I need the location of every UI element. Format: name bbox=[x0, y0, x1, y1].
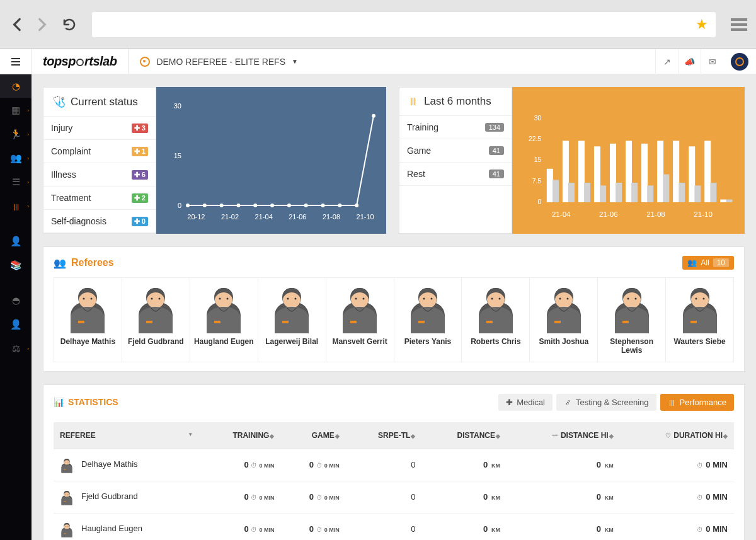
referees-panel: 👥Referees 👥 All 10 Delhaye Mathis bbox=[43, 246, 745, 372]
equalizer-icon: ⫼ bbox=[11, 201, 21, 212]
status-row-self-diagnosis[interactable]: Self-diagnosis ✚ 0 bbox=[43, 210, 156, 233]
column-distance[interactable]: DISTANCE◆ bbox=[421, 422, 507, 449]
referees-all-button[interactable]: 👥 All 10 bbox=[682, 256, 734, 270]
status-trend-chart: 0153020-1221-0221-0421-0621-0821-10 bbox=[156, 87, 386, 234]
chevron-right-icon: › bbox=[27, 180, 29, 185]
external-link-icon[interactable]: ↗ bbox=[655, 49, 678, 74]
status-row-injury[interactable]: Injury ✚ 3 bbox=[43, 117, 156, 140]
referee-card[interactable]: Mansvelt Gerrit bbox=[326, 277, 394, 362]
sidebar-toggle[interactable] bbox=[0, 49, 32, 74]
svg-rect-0 bbox=[11, 58, 20, 59]
status-row-complaint[interactable]: Complaint ✚ 1 bbox=[43, 140, 156, 163]
svg-rect-78 bbox=[418, 321, 425, 323]
referee-card[interactable]: Delhaye Mathis bbox=[54, 277, 122, 362]
svg-text:21-04: 21-04 bbox=[552, 210, 571, 218]
svg-text:15: 15 bbox=[534, 157, 542, 164]
sidebar-item-whistle[interactable]: ◓ bbox=[0, 289, 32, 313]
stats-row[interactable]: Delhaye Mathis 0 ⏱0 MIN 0 ⏱0 MIN 0 0 KM … bbox=[54, 449, 734, 481]
referee-card[interactable]: Fjeld Gudbrand bbox=[122, 277, 190, 362]
referee-card[interactable]: Smith Joshua bbox=[529, 277, 598, 362]
svg-text:21-06: 21-06 bbox=[289, 213, 306, 221]
status-label: Treatment bbox=[51, 193, 91, 203]
svg-rect-82 bbox=[486, 321, 493, 323]
svg-text:0: 0 bbox=[538, 198, 542, 205]
last6-row-rest[interactable]: Rest 41 bbox=[399, 163, 512, 186]
calendar-icon: ▦ bbox=[11, 105, 20, 116]
app-topbar: topsprtslab DEMO REFEREE - ELITE REFS ▼ … bbox=[0, 49, 756, 74]
last6-label: Game bbox=[407, 146, 431, 156]
tab-medical[interactable]: ✚Medical bbox=[498, 394, 553, 411]
svg-text:30: 30 bbox=[534, 115, 542, 122]
browser-menu-button[interactable] bbox=[731, 16, 747, 33]
column-distance hi[interactable]: 〰 DISTANCE HI◆ bbox=[507, 422, 620, 449]
reload-button[interactable] bbox=[60, 16, 78, 33]
sidebar-item-calendar[interactable]: ▦› bbox=[0, 98, 32, 122]
referee-card[interactable]: Lagerweij Bilal bbox=[258, 277, 326, 362]
sidebar-item-scale[interactable]: ⚖› bbox=[0, 336, 32, 360]
svg-point-68 bbox=[227, 298, 229, 300]
sidebar-item-user-shield[interactable]: 👤 bbox=[0, 313, 32, 336]
svg-text:22.5: 22.5 bbox=[529, 135, 542, 142]
svg-rect-36 bbox=[600, 185, 606, 202]
sidebar-item-group[interactable]: 👥› bbox=[0, 146, 32, 170]
svg-rect-106 bbox=[64, 533, 66, 534]
svg-point-108 bbox=[67, 526, 68, 527]
svg-rect-38 bbox=[616, 183, 622, 202]
last6-row-training[interactable]: Training 134 bbox=[399, 116, 512, 139]
status-row-treatment[interactable]: Treatment ✚ 2 bbox=[43, 187, 156, 210]
chevron-right-icon: › bbox=[27, 108, 29, 113]
sidebar-item-library[interactable]: 📚 bbox=[0, 253, 32, 277]
referee-card[interactable]: Stephenson Lewis bbox=[597, 277, 666, 362]
svg-point-10 bbox=[253, 204, 257, 207]
sidebar-item-list[interactable]: ☰› bbox=[0, 170, 32, 194]
referee-name: Wauters Siebe bbox=[668, 337, 731, 346]
svg-rect-58 bbox=[78, 321, 84, 323]
referee-name: Roberts Chris bbox=[464, 337, 527, 346]
user-avatar[interactable] bbox=[731, 53, 748, 71]
column-srpe-tl[interactable]: SRPE-TL◆ bbox=[346, 422, 422, 449]
last6-row-game[interactable]: Game 41 bbox=[399, 139, 512, 163]
referee-avatar bbox=[338, 283, 382, 333]
referee-card[interactable]: Roberts Chris bbox=[461, 277, 530, 362]
announcement-icon[interactable]: 📣 bbox=[678, 49, 701, 74]
svg-text:21-02: 21-02 bbox=[221, 213, 239, 221]
tab-testing[interactable]: ⫽Testing & Screening bbox=[556, 394, 656, 411]
sidebar-item-equalizer[interactable]: ⫼› bbox=[0, 194, 32, 218]
forward-button[interactable] bbox=[33, 16, 50, 33]
mail-icon[interactable]: ✉ bbox=[701, 49, 723, 74]
svg-point-16 bbox=[355, 204, 358, 207]
svg-text:0: 0 bbox=[178, 202, 181, 209]
svg-point-15 bbox=[338, 204, 341, 207]
referee-card[interactable]: Pieters Yanis bbox=[394, 277, 462, 362]
svg-point-17 bbox=[372, 114, 375, 118]
status-badge: ✚ 1 bbox=[132, 147, 148, 156]
status-row-illness[interactable]: Illness ✚ 6 bbox=[43, 163, 156, 187]
sidebar-item-running[interactable]: 🏃› bbox=[0, 122, 32, 146]
column-game[interactable]: GAME◆ bbox=[280, 422, 345, 449]
last6-chart: 07.51522.53021-0421-0621-0821-10 bbox=[512, 87, 745, 234]
column-referee[interactable]: REFEREE▾ bbox=[54, 422, 198, 449]
tab-performance[interactable]: ⫼Performance bbox=[660, 394, 734, 411]
column-training[interactable]: TRAINING◆ bbox=[198, 422, 281, 449]
svg-rect-94 bbox=[690, 321, 697, 323]
sidebar-item-dashboard[interactable]: ◔ bbox=[0, 74, 32, 98]
svg-point-64 bbox=[159, 298, 161, 300]
referee-avatar bbox=[474, 283, 518, 333]
app-logo[interactable]: topsprtslab bbox=[32, 49, 129, 74]
sidebar-item-user-add[interactable]: 👤 bbox=[0, 229, 32, 253]
column-duration hi[interactable]: ♡ DURATION HI◆ bbox=[620, 422, 734, 449]
last6-badge: 41 bbox=[489, 146, 504, 155]
svg-rect-34 bbox=[584, 183, 590, 202]
stats-row[interactable]: Haugland Eugen 0 ⏱0 MIN 0 ⏱0 MIN 0 0 KM … bbox=[54, 513, 734, 540]
referee-card[interactable]: Haugland Eugen bbox=[190, 277, 258, 362]
back-button[interactable] bbox=[9, 16, 26, 33]
address-bar[interactable]: ★ bbox=[92, 12, 716, 37]
row-name: Fjeld Gudbrand bbox=[81, 491, 138, 501]
bookmark-star-icon[interactable]: ★ bbox=[696, 16, 708, 33]
team-selector[interactable]: DEMO REFEREE - ELITE REFS ▼ bbox=[129, 49, 309, 74]
referee-card[interactable]: Wauters Siebe bbox=[665, 277, 734, 362]
user-shield-icon: 👤 bbox=[10, 319, 22, 330]
row-avatar bbox=[60, 521, 74, 537]
stats-row[interactable]: Fjeld Gudbrand 0 ⏱0 MIN 0 ⏱0 MIN 0 0 KM … bbox=[54, 481, 734, 513]
svg-text:7.5: 7.5 bbox=[532, 178, 542, 185]
